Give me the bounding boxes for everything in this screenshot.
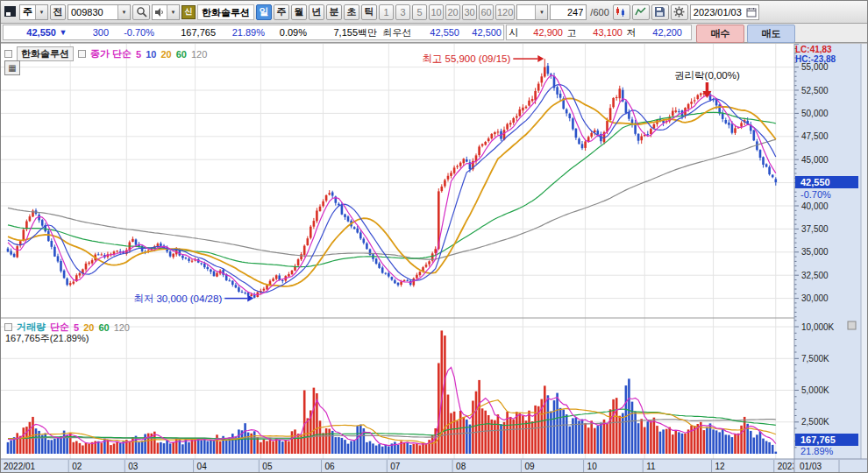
svg-text:09: 09 xyxy=(524,462,535,471)
trade-amount: 7,155백만 xyxy=(307,26,377,39)
credit-badge: 신 xyxy=(181,5,196,19)
open-label: 시 xyxy=(507,26,521,39)
svg-text:2022/01: 2022/01 xyxy=(4,462,36,471)
sound-combo[interactable]: ▼ xyxy=(152,4,180,20)
legend-toggle-icon[interactable] xyxy=(4,50,12,58)
legend-ma20: 20 xyxy=(160,49,171,60)
add-candles-button[interactable] xyxy=(613,4,630,20)
quote-ohl-box: 시 42,900 고 43,100 저 42,200 xyxy=(506,25,692,40)
legend-toggle-icon[interactable] xyxy=(4,323,12,331)
legend-vma120: 120 xyxy=(114,322,130,333)
period-button-month[interactable]: 월 xyxy=(291,4,307,20)
open-price: 42,900 xyxy=(521,27,563,38)
legend-stock-name: 한화솔루션 xyxy=(17,46,74,61)
best-quote-label: 최우선 xyxy=(377,26,417,39)
legend-vma5: 5 xyxy=(74,322,79,333)
price-axis[interactable]: 55,00052,50050,00047,50045,00040,00037,5… xyxy=(794,43,868,459)
exrights-annotation: 권리락(0,00%) xyxy=(674,70,740,81)
high-label: 고 xyxy=(563,26,580,39)
interval-button-5[interactable]: 5 xyxy=(412,4,427,20)
current-price: 42,550 xyxy=(4,27,56,38)
svg-text:04: 04 xyxy=(197,462,208,471)
quote-left-box: 42,550 ▼ 300 -0.70% 167,765 21.89% 0.09%… xyxy=(3,25,504,40)
svg-text:50,000: 50,000 xyxy=(801,109,829,118)
turnover-pct: 0.09% xyxy=(265,27,307,38)
interval-button-20[interactable]: 20 xyxy=(445,4,460,20)
stock-code-input[interactable] xyxy=(68,5,117,19)
price-pane-legend: 한화솔루션 종가 단순 5 10 20 60 120 xyxy=(4,46,207,61)
svg-text:02: 02 xyxy=(72,462,82,471)
svg-text:5,000K: 5,000K xyxy=(801,385,829,395)
stock-code-combo: ▼ xyxy=(68,4,131,20)
x-axis-strip[interactable]: 2022/0102030405060708091011122023/001/03 xyxy=(1,459,868,473)
date-picker[interactable]: 2023/01/03 xyxy=(690,4,759,20)
interval-button-10[interactable]: 10 xyxy=(429,4,444,20)
period-button-tick[interactable]: 틱 xyxy=(361,4,377,20)
svg-text:05: 05 xyxy=(262,462,273,471)
candle-count-input[interactable] xyxy=(550,4,587,20)
line-chart-button[interactable] xyxy=(632,4,650,20)
svg-text:11: 11 xyxy=(646,462,656,471)
svg-text:40,000: 40,000 xyxy=(801,201,829,211)
legend-ma60: 60 xyxy=(176,49,187,60)
svg-text:37,500: 37,500 xyxy=(801,224,829,234)
legend-toggle-icon[interactable] xyxy=(78,50,86,58)
line-chart-icon xyxy=(635,6,646,18)
chevron-down-icon[interactable]: ▼ xyxy=(117,5,130,19)
settings-button[interactable] xyxy=(671,4,688,20)
period-button-minute[interactable]: 분 xyxy=(326,4,342,20)
svg-text:32,500: 32,500 xyxy=(801,271,829,280)
prev-stock-button[interactable]: 전 xyxy=(50,4,66,20)
svg-text:52,500: 52,500 xyxy=(801,86,829,95)
chart-style-combo[interactable]: 주 ▼ xyxy=(19,4,48,20)
interval-button-60[interactable]: 60 xyxy=(479,4,494,20)
chevron-down-icon[interactable]: ▼ xyxy=(35,5,47,19)
interval-button-30[interactable]: 30 xyxy=(462,4,477,20)
svg-text:2,500K: 2,500K xyxy=(801,417,829,427)
grid-tool-button[interactable]: ▦ xyxy=(4,60,20,75)
high-price: 43,100 xyxy=(580,27,623,38)
high-annotation: 최고 55,900 (09/15) xyxy=(422,53,510,64)
stock-name: 한화솔루션 xyxy=(197,4,254,20)
period-button-day[interactable]: 일 xyxy=(256,4,272,20)
svg-text:47,500: 47,500 xyxy=(801,131,829,141)
window-icon[interactable] xyxy=(4,5,18,18)
svg-text:-0.70%: -0.70% xyxy=(800,189,831,200)
svg-text:10: 10 xyxy=(587,462,598,471)
interval-custom-combo[interactable]: ▼ xyxy=(516,4,548,20)
interval-button-120[interactable]: 120 xyxy=(495,4,515,20)
interval-button-3[interactable]: 3 xyxy=(395,4,410,20)
chart-canvas[interactable]: 최고 55,900 (09/15)최저 30,000 (04/28)권리락(0,… xyxy=(1,43,868,473)
save-button[interactable] xyxy=(651,4,669,20)
svg-text:10,000K: 10,000K xyxy=(801,322,835,332)
price-change: 300 xyxy=(70,27,109,38)
low-price: 42,200 xyxy=(640,27,682,38)
chart-style-value: 주 xyxy=(20,5,35,18)
svg-text:30,000: 30,000 xyxy=(801,293,829,303)
period-button-week[interactable]: 주 xyxy=(274,4,289,20)
down-arrow-icon: ▼ xyxy=(56,28,70,37)
volume-ratio: 21.89% xyxy=(216,27,265,38)
best-bid: 42,550 xyxy=(417,27,459,38)
interval-button-1[interactable]: 1 xyxy=(379,4,394,20)
svg-text:42,550: 42,550 xyxy=(800,177,830,187)
legend-price-ma-title: 종가 단순 xyxy=(90,47,132,60)
search-icon xyxy=(136,6,147,18)
svg-text:35,000: 35,000 xyxy=(801,247,829,257)
lc-value: LC:41,83 xyxy=(795,45,832,54)
period-button-second[interactable]: 초 xyxy=(344,4,359,20)
gear-icon xyxy=(673,6,685,18)
buy-button[interactable]: 매수 xyxy=(696,25,744,43)
period-button-year[interactable]: 년 xyxy=(309,4,324,20)
low-annotation: 최저 30,000 (04/28) xyxy=(133,293,222,304)
sell-button[interactable]: 매도 xyxy=(747,25,795,43)
calendar-icon[interactable] xyxy=(744,7,758,18)
legend-vma60: 60 xyxy=(98,322,109,333)
chart-region: 최고 55,900 (09/15)최저 30,000 (04/28)권리락(0,… xyxy=(1,43,868,473)
chevron-down-icon[interactable]: ▼ xyxy=(535,5,547,19)
svg-text:06: 06 xyxy=(325,462,336,471)
quote-bar: 42,550 ▼ 300 -0.70% 167,765 21.89% 0.09%… xyxy=(1,24,868,43)
pane-menu-icon[interactable] xyxy=(848,321,856,329)
search-button[interactable] xyxy=(132,4,150,20)
chevron-down-icon[interactable]: ▼ xyxy=(167,5,179,19)
